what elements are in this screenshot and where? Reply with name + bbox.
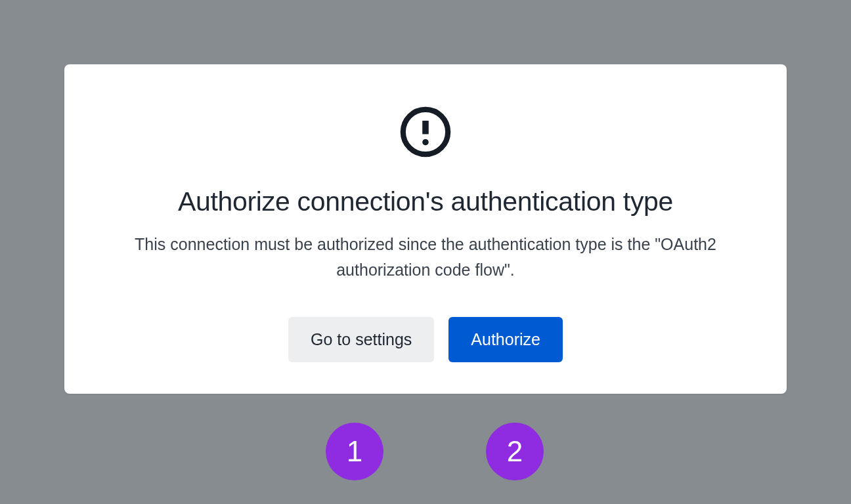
callout-badge-1: 1 [326,423,383,480]
svg-point-2 [424,141,427,144]
authorize-button[interactable]: Authorize [448,317,563,362]
dialog-description: This connection must be authorized since… [130,232,721,283]
alert-circle-icon [399,105,452,159]
dialog-title: Authorize connection's authentication ty… [91,186,760,217]
go-to-settings-button[interactable]: Go to settings [288,317,434,362]
callout-badge-2: 2 [486,423,544,480]
alert-icon-wrap [91,105,760,159]
dialog-button-row: Go to settings Authorize [91,317,760,362]
authorize-dialog: Authorize connection's authentication ty… [64,64,787,394]
